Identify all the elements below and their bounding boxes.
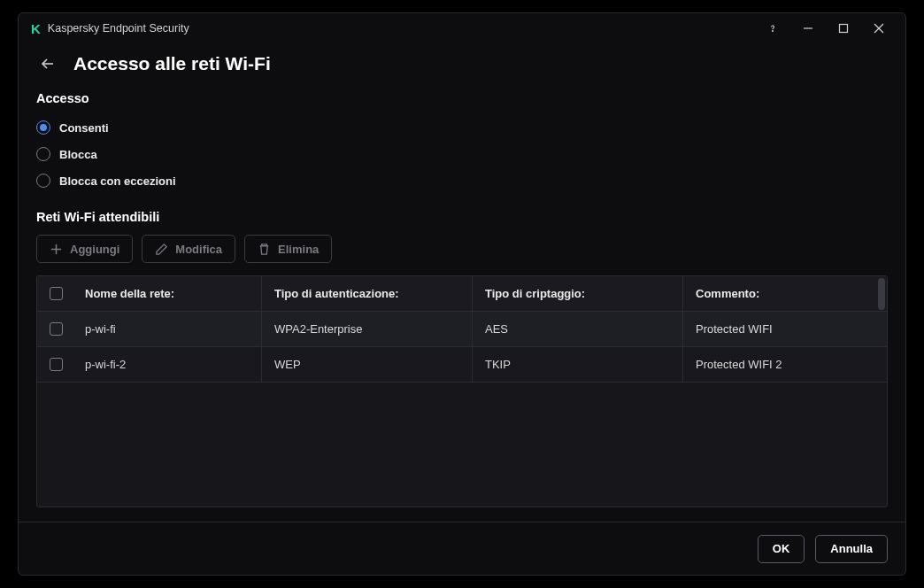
app-logo: K Kaspersky Endpoint Security [31, 21, 189, 36]
svg-rect-2 [840, 25, 848, 33]
cell-name: p-wi-fi [73, 312, 262, 346]
titlebar: K Kaspersky Endpoint Security [19, 13, 905, 43]
radio-label: Blocca con eccezioni [59, 174, 176, 188]
table-scrollbar[interactable] [878, 278, 885, 310]
column-header-comment[interactable]: Commento: [683, 276, 887, 311]
cancel-button[interactable]: Annulla [815, 535, 888, 563]
column-header-encryption[interactable]: Tipo di criptaggio: [473, 276, 683, 311]
edit-button[interactable]: Modifica [142, 235, 235, 263]
close-icon [874, 23, 884, 34]
delete-button-label: Elimina [278, 243, 319, 256]
radio-block-exceptions[interactable]: Blocca con eccezioni [36, 167, 888, 194]
trusted-section-label: Reti Wi-Fi attendibili [36, 210, 888, 224]
kaspersky-logo-icon: K [31, 21, 41, 36]
add-button[interactable]: Aggiungi [36, 235, 133, 263]
help-icon [767, 23, 778, 34]
maximize-button[interactable] [826, 16, 861, 41]
trusted-table: Nome della rete: Tipo di autenticazione:… [36, 275, 888, 507]
radio-allow[interactable]: Consenti [36, 114, 888, 141]
table-body: p-wi-fi WPA2-Enterprise AES Protected WI… [37, 312, 887, 383]
radio-icon [36, 120, 50, 135]
plus-icon [50, 243, 63, 256]
column-header-auth[interactable]: Tipo di autenticazione: [262, 276, 473, 311]
radio-label: Blocca [59, 148, 97, 161]
page-title: Accesso alle reti Wi-Fi [73, 53, 271, 74]
back-button[interactable] [36, 52, 59, 75]
help-button[interactable] [755, 16, 790, 41]
cell-comment: Protected WIFI [683, 312, 887, 346]
cell-name: p-wi-fi-2 [73, 347, 262, 382]
table-row[interactable]: p-wi-fi WPA2-Enterprise AES Protected WI… [37, 312, 887, 347]
trusted-toolbar: Aggiungi Modifica Elimina [36, 235, 888, 263]
cell-auth: WEP [262, 347, 473, 382]
row-checkbox[interactable] [50, 358, 63, 371]
access-radio-group: Consenti Blocca Blocca con eccezioni [36, 114, 888, 194]
delete-button[interactable]: Elimina [244, 235, 332, 263]
radio-label: Consenti [59, 121, 109, 135]
page-header: Accesso alle reti Wi-Fi [36, 52, 888, 75]
column-header-name[interactable]: Nome della rete: [73, 276, 262, 311]
table-header: Nome della rete: Tipo di autenticazione:… [37, 276, 887, 312]
dialog-footer: OK Annulla [19, 522, 905, 575]
edit-button-label: Modifica [175, 243, 222, 256]
app-title: Kaspersky Endpoint Security [48, 22, 189, 35]
table-row[interactable]: p-wi-fi-2 WEP TKIP Protected WIFI 2 [37, 347, 887, 383]
cell-encryption: AES [473, 312, 683, 346]
minimize-button[interactable] [790, 16, 826, 41]
cell-comment: Protected WIFI 2 [683, 347, 887, 382]
pencil-icon [155, 243, 168, 256]
select-all-checkbox[interactable] [50, 287, 63, 300]
access-section-label: Accesso [36, 91, 888, 105]
row-checkbox[interactable] [50, 322, 63, 336]
cell-encryption: TKIP [473, 347, 683, 382]
cell-auth: WPA2-Enterprise [262, 312, 473, 346]
radio-block[interactable]: Blocca [36, 141, 888, 167]
close-button[interactable] [861, 16, 897, 41]
minimize-icon [803, 23, 813, 34]
radio-icon [36, 147, 50, 161]
ok-button[interactable]: OK [758, 535, 805, 563]
radio-icon [36, 174, 50, 188]
svg-point-0 [773, 31, 774, 32]
trash-icon [258, 243, 271, 256]
add-button-label: Aggiungi [70, 243, 119, 256]
maximize-icon [838, 23, 849, 34]
arrow-left-icon [40, 56, 56, 72]
app-window: K Kaspersky Endpoint Security Accesso al… [18, 12, 906, 576]
